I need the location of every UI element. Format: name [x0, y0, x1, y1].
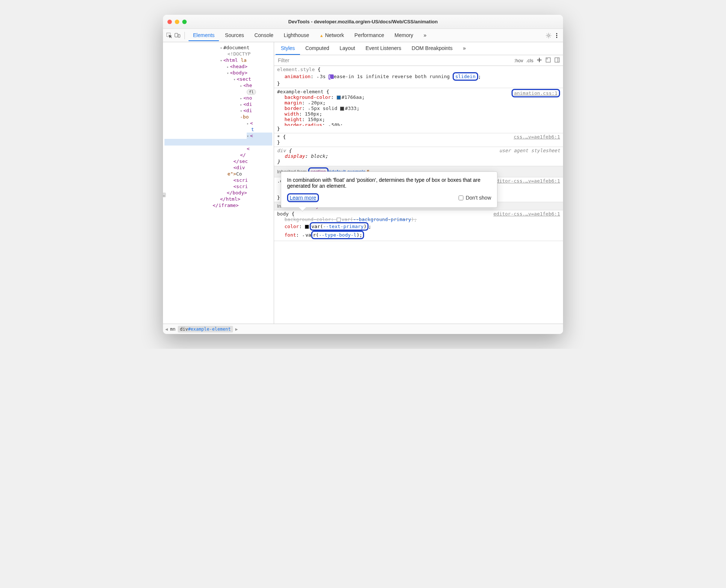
color-swatch-icon[interactable] — [305, 225, 309, 229]
css-rules: element.style { animation: 3s ease-in 1s… — [274, 66, 563, 324]
subtab-event-listeners[interactable]: Event Listeners — [360, 42, 407, 55]
dont-show-checkbox[interactable]: Don't show — [459, 195, 491, 201]
panel-toggle-icon[interactable] — [554, 57, 560, 64]
kebab-icon[interactable] — [553, 32, 560, 39]
tab-console[interactable]: Console — [250, 30, 278, 41]
rule-element-style[interactable]: element.style { animation: 3s ease-in 1s… — [274, 66, 563, 88]
subtab-styles[interactable]: Styles — [276, 42, 300, 55]
chevron-right-icon[interactable]: ▶ — [235, 327, 238, 332]
svg-point-4 — [556, 33, 557, 34]
tab-elements[interactable]: Elements — [189, 30, 219, 41]
dom-selected-line[interactable] — [164, 139, 272, 146]
hov-toggle[interactable]: :hov — [514, 58, 523, 63]
source-link[interactable]: editor-css.…v=ae1feb6:1 — [493, 211, 560, 217]
rule-star[interactable]: css.…v=ae1feb6:1 * {} — [274, 133, 563, 147]
source-link[interactable]: editor-css.…v=ae1feb6:1 — [493, 178, 560, 184]
prop-name[interactable]: color — [284, 224, 299, 229]
rule-example-element[interactable]: animation.css:1 #example-element { backg… — [274, 88, 563, 133]
styles-subtabs: Styles Computed Layout Event Listeners D… — [274, 42, 563, 55]
source-link[interactable]: animation.css:1 — [514, 90, 557, 96]
tabs-overflow[interactable]: » — [419, 30, 431, 41]
devtools-window: DevTools - developer.mozilla.org/en-US/d… — [163, 15, 563, 334]
prop-name[interactable]: border-radius — [284, 122, 322, 126]
svg-rect-1 — [175, 33, 178, 37]
dom-node[interactable]: <scri — [233, 177, 272, 183]
subtab-dom-breakpoints[interactable]: DOM Breakpoints — [406, 42, 457, 55]
crumb-selected[interactable]: div#example-element — [178, 326, 233, 333]
zoom-icon[interactable] — [182, 20, 187, 24]
minimize-icon[interactable] — [175, 20, 179, 24]
prop-name[interactable]: display — [284, 153, 305, 159]
device-icon[interactable] — [174, 32, 181, 39]
svg-rect-2 — [178, 34, 180, 37]
ellipsis-icon[interactable]: … — [163, 193, 166, 197]
traffic-lights — [167, 20, 187, 24]
dom-node[interactable]: <scri — [233, 183, 272, 190]
prop-name[interactable]: animation — [284, 74, 310, 79]
prop-name[interactable]: height — [284, 117, 302, 122]
dom-node[interactable]: #document — [220, 44, 272, 51]
breadcrumb[interactable]: ◀ mn div#example-element ▶ — [163, 324, 563, 334]
dom-node[interactable]: <sect — [233, 76, 272, 82]
source-link[interactable]: css.…v=ae1feb6:1 — [514, 134, 560, 140]
rule-div[interactable]: user agent stylesheet div { display: blo… — [274, 147, 563, 166]
tab-performance[interactable]: Performance — [350, 30, 389, 41]
dom-node[interactable]: <head> — [227, 63, 272, 70]
crumb-item[interactable]: mn — [170, 327, 175, 332]
checkbox[interactable] — [459, 196, 463, 200]
subtab-computed[interactable]: Computed — [300, 42, 334, 55]
prop-name[interactable]: margin — [284, 100, 302, 106]
prop-name[interactable]: width — [284, 111, 299, 117]
dom-pill[interactable]: fl — [247, 88, 272, 95]
dom-close: </ — [240, 152, 272, 158]
dom-node[interactable]: <no — [240, 95, 272, 101]
window-title: DevTools - developer.mozilla.org/en-US/d… — [288, 19, 437, 24]
prop-name[interactable]: background-color — [284, 94, 331, 100]
dom-close: </sec — [233, 158, 272, 164]
prop-name[interactable]: border — [284, 106, 302, 111]
dom-node[interactable]: <div — [233, 164, 272, 171]
dom-node[interactable]: <he — [240, 82, 272, 88]
subtab-layout[interactable]: Layout — [334, 42, 360, 55]
dom-close: < — [247, 146, 272, 152]
dom-node[interactable]: <html la — [220, 57, 272, 63]
learn-more-link[interactable]: Learn more — [290, 195, 316, 201]
svg-rect-7 — [546, 58, 550, 62]
gear-icon[interactable] — [545, 32, 552, 39]
color-swatch-icon[interactable] — [337, 96, 341, 100]
filter-row: :hov .cls — [274, 55, 563, 66]
dom-node[interactable]: <di — [240, 101, 272, 107]
rule-body[interactable]: editor-css.…v=ae1feb6:1 body { backgroun… — [274, 210, 563, 241]
tab-network[interactable]: Network — [315, 30, 349, 41]
cls-toggle[interactable]: .cls — [526, 58, 534, 63]
tab-memory[interactable]: Memory — [390, 30, 418, 41]
dom-node[interactable]: <di — [240, 107, 272, 114]
prop-name[interactable]: font — [284, 232, 296, 238]
filter-input[interactable] — [274, 55, 511, 66]
prop-name[interactable]: background-color — [284, 217, 331, 222]
subtabs-overflow[interactable]: » — [458, 42, 471, 55]
chevron-left-icon[interactable]: ◀ — [165, 327, 168, 332]
dom-close: </iframe> — [213, 202, 272, 208]
selector: div — [277, 148, 286, 153]
highlight-var: var(--text-primary) — [310, 222, 369, 231]
close-icon[interactable] — [167, 20, 172, 24]
selector: element.style — [277, 67, 315, 72]
computed-styles-icon[interactable] — [545, 57, 551, 64]
svg-rect-9 — [555, 58, 559, 62]
svg-point-5 — [556, 35, 557, 36]
dom-tree[interactable]: … #document <!DOCTYP <html la <head> <bo… — [163, 42, 274, 324]
color-swatch-icon[interactable] — [340, 107, 344, 111]
color-swatch-icon[interactable] — [337, 218, 341, 222]
easing-icon[interactable] — [329, 74, 334, 80]
inspect-icon[interactable] — [166, 32, 173, 39]
tab-lighthouse[interactable]: Lighthouse — [279, 30, 314, 41]
tooltip-text: In combination with 'float' and 'positio… — [287, 177, 491, 189]
tab-sources[interactable]: Sources — [220, 30, 248, 41]
new-rule-icon[interactable] — [536, 57, 542, 64]
dom-node-selected[interactable]: < — [247, 133, 272, 139]
dom-node[interactable]: < — [247, 120, 272, 126]
main-toolbar: Elements Sources Console Lighthouse Netw… — [163, 29, 563, 42]
dom-close: </body> — [227, 190, 272, 196]
dom-node[interactable]: <body> — [227, 70, 272, 76]
